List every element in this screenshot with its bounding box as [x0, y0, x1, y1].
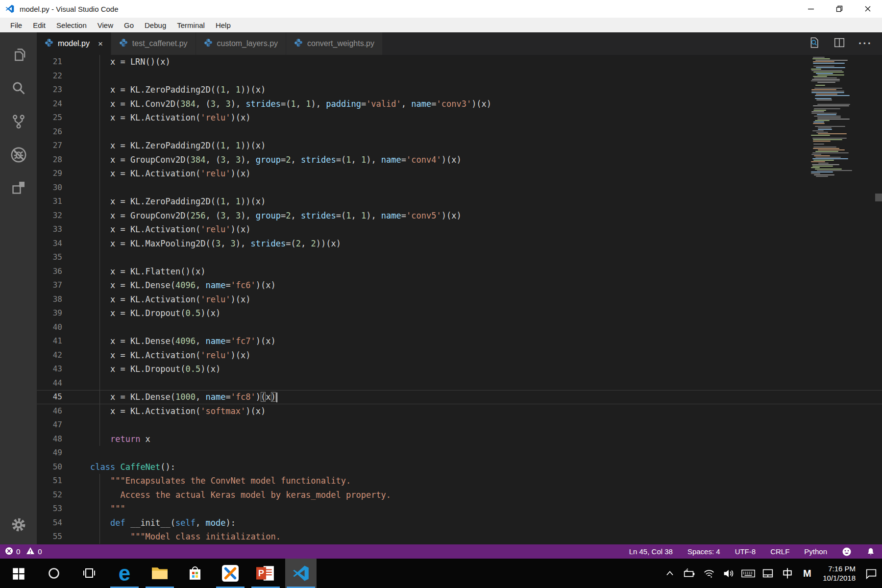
line-content[interactable]: """: [90, 502, 125, 516]
line-content[interactable]: x = KL.Dense(1000, name='fc8')(x): [90, 390, 277, 404]
encoding[interactable]: UTF-8: [735, 547, 756, 556]
code-line[interactable]: 32 x = GroupConv2D(256, (3, 3), group=2,…: [37, 209, 882, 223]
line-number[interactable]: 38: [37, 293, 62, 307]
eol-sequence[interactable]: CRLF: [770, 547, 789, 556]
line-number[interactable]: 28: [37, 153, 62, 167]
scrollbar-handle[interactable]: [875, 194, 882, 201]
line-number[interactable]: 33: [37, 222, 62, 237]
line-number[interactable]: 39: [37, 306, 62, 320]
line-number[interactable]: 34: [37, 237, 62, 251]
line-number[interactable]: 47: [37, 418, 62, 432]
line-content[interactable]: x = KL.Activation('relu')(x): [90, 167, 251, 181]
debug-disabled-icon[interactable]: [6, 140, 31, 170]
line-content[interactable]: x = KL.ZeroPadding2D((1, 1))(x): [90, 195, 266, 209]
code-line[interactable]: 31 x = KL.ZeroPadding2D((1, 1))(x): [37, 195, 882, 209]
code-line[interactable]: 48 return x: [37, 432, 882, 446]
store-taskbar-icon[interactable]: [179, 559, 211, 588]
code-line[interactable]: 44: [37, 376, 882, 391]
settings-gear-icon[interactable]: [6, 510, 31, 539]
code-line[interactable]: 33 x = KL.Activation('relu')(x): [37, 222, 882, 237]
battery-icon[interactable]: [681, 563, 698, 584]
line-content[interactable]: x = KL.ZeroPadding2D((1, 1))(x): [90, 139, 266, 153]
line-content[interactable]: x = KL.Dropout(0.5)(x): [90, 306, 220, 320]
cortana-taskbar-icon[interactable]: [38, 559, 70, 588]
line-number[interactable]: 53: [37, 502, 62, 516]
line-number[interactable]: 51: [37, 474, 62, 488]
line-number[interactable]: 25: [37, 111, 62, 125]
line-content[interactable]: x = KL.MaxPooling2D((3, 3), strides=(2, …: [90, 237, 341, 251]
line-number[interactable]: 31: [37, 195, 62, 209]
line-number[interactable]: 32: [37, 209, 62, 223]
line-content[interactable]: x = GroupConv2D(256, (3, 3), group=2, st…: [90, 209, 462, 223]
line-content[interactable]: x = KL.Activation('softmax')(x): [90, 404, 266, 418]
menu-item-file[interactable]: File: [5, 21, 27, 29]
line-number[interactable]: 45: [37, 390, 62, 404]
line-content[interactable]: x = GroupConv2D(384, (3, 3), group=2, st…: [90, 153, 462, 167]
line-number[interactable]: 30: [37, 181, 62, 195]
line-content[interactable]: x = KL.Activation('relu')(x): [90, 222, 251, 237]
code-line[interactable]: 54 def __init__(self, mode):: [37, 516, 882, 530]
file-explorer-taskbar-icon[interactable]: [144, 559, 175, 588]
code-line[interactable]: 52 Access the actual Keras model by kera…: [37, 488, 882, 502]
line-content[interactable]: x = KL.Activation('relu')(x): [90, 348, 251, 363]
powerpoint-taskbar-icon[interactable]: P: [250, 559, 281, 588]
line-content[interactable]: x = KL.Activation('relu')(x): [90, 293, 251, 307]
code-line[interactable]: 23 x = KL.ZeroPadding2D((1, 1))(x): [37, 83, 882, 97]
code-line[interactable]: 43 x = KL.Dropout(0.5)(x): [37, 362, 882, 376]
code-line[interactable]: 30: [37, 181, 882, 195]
code-line[interactable]: 29 x = KL.Activation('relu')(x): [37, 167, 882, 181]
tab-close-icon[interactable]: ×: [98, 40, 103, 48]
line-number[interactable]: 52: [37, 488, 62, 502]
extensions-icon[interactable]: [6, 173, 31, 203]
line-content[interactable]: x = KL.Conv2D(384, (3, 3), strides=(1, 1…: [90, 97, 491, 111]
code-line[interactable]: 46 x = KL.Activation('softmax')(x): [37, 404, 882, 418]
menu-item-selection[interactable]: Selection: [51, 21, 92, 29]
line-number[interactable]: 40: [37, 320, 62, 335]
code-line[interactable]: 42 x = KL.Activation('relu')(x): [37, 348, 882, 363]
line-number[interactable]: 46: [37, 404, 62, 418]
line-number[interactable]: 54: [37, 516, 62, 530]
tab-test_caffenet.py[interactable]: test_caffenet.py: [111, 32, 196, 55]
code-line[interactable]: 50class CaffeNet():: [37, 460, 882, 474]
restore-button[interactable]: [825, 0, 854, 18]
line-content[interactable]: x = KL.Flatten()(x): [90, 265, 205, 279]
menu-item-help[interactable]: Help: [210, 21, 236, 29]
code-line[interactable]: 38 x = KL.Activation('relu')(x): [37, 293, 882, 307]
split-editor-icon[interactable]: [833, 36, 846, 51]
taskbar-clock[interactable]: 7:16 PM 10/1/2018: [823, 564, 856, 583]
close-button[interactable]: [854, 0, 882, 18]
tab-model.py[interactable]: model.py×: [37, 32, 111, 55]
code-line[interactable]: 28 x = GroupConv2D(384, (3, 3), group=2,…: [37, 153, 882, 167]
problems-panel-toggle[interactable]: 0 0: [0, 547, 42, 557]
touchpad-icon[interactable]: [759, 563, 777, 584]
code-line[interactable]: 41 x = KL.Dense(4096, name='fc7')(x): [37, 334, 882, 348]
code-line[interactable]: 45 x = KL.Dense(1000, name='fc8')(x): [37, 390, 882, 404]
line-number[interactable]: 49: [37, 446, 62, 460]
code-line[interactable]: 36 x = KL.Flatten()(x): [37, 265, 882, 279]
code-line[interactable]: 53 """: [37, 502, 882, 516]
line-number[interactable]: 29: [37, 167, 62, 181]
line-content[interactable]: """Model class initialization.: [90, 530, 281, 544]
search-icon[interactable]: [6, 74, 31, 103]
task-view-taskbar-icon[interactable]: [74, 559, 105, 588]
line-content[interactable]: x = KL.Dense(4096, name='fc6')(x): [90, 278, 276, 293]
indentation[interactable]: Spaces: 4: [687, 547, 720, 556]
line-number[interactable]: 42: [37, 348, 62, 363]
action-center-icon[interactable]: [862, 563, 880, 584]
code-line[interactable]: 35: [37, 250, 882, 265]
line-content[interactable]: Access the actual Keras model by keras_m…: [90, 488, 391, 502]
line-number[interactable]: 48: [37, 432, 62, 446]
source-control-icon[interactable]: [6, 107, 31, 136]
line-number[interactable]: 23: [37, 83, 62, 97]
line-number[interactable]: 36: [37, 265, 62, 279]
code-line[interactable]: 21 x = LRN()(x): [37, 55, 882, 69]
find-in-file-icon[interactable]: [808, 36, 820, 51]
code-line[interactable]: 49: [37, 446, 882, 460]
line-number[interactable]: 22: [37, 69, 62, 83]
hidden-icons-chevron-icon[interactable]: [661, 563, 679, 584]
code-line[interactable]: 24 x = KL.Conv2D(384, (3, 3), strides=(1…: [37, 97, 882, 111]
menu-item-terminal[interactable]: Terminal: [172, 21, 210, 29]
volume-icon[interactable]: [720, 563, 737, 584]
code-line[interactable]: 39 x = KL.Dropout(0.5)(x): [37, 306, 882, 320]
line-content[interactable]: def __init__(self, mode):: [90, 516, 236, 530]
